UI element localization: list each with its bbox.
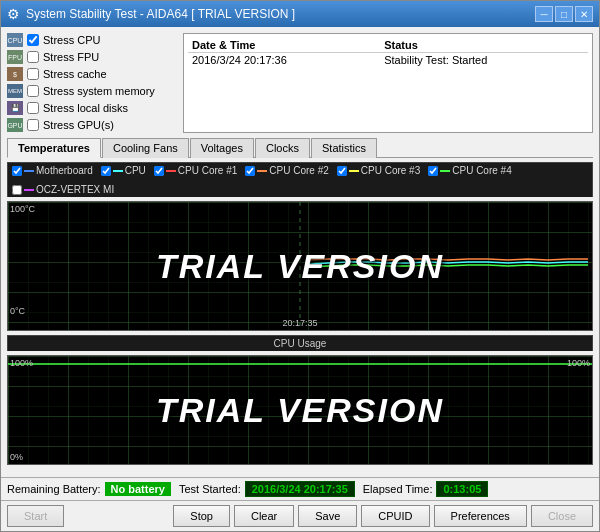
stress-cpu-row: CPU Stress CPU — [7, 33, 177, 47]
legend-core1-label: CPU Core #1 — [178, 165, 237, 176]
legend-core4: CPU Core #4 — [428, 165, 511, 176]
test-started-label: Test Started: — [179, 483, 241, 495]
elapsed-status: Elapsed Time: 0:13:05 — [363, 481, 489, 497]
elapsed-value: 0:13:05 — [436, 481, 488, 497]
cpu-usage-title: CPU Usage — [7, 335, 593, 351]
legend-core3: CPU Core #3 — [337, 165, 420, 176]
window-title: System Stability Test - AIDA64 [ TRIAL V… — [26, 7, 295, 21]
battery-value: No battery — [105, 482, 171, 496]
legend-ocz: OCZ-VERTEX MI — [12, 184, 114, 195]
stress-disks-label: Stress local disks — [43, 102, 128, 114]
title-bar-left: ⚙ System Stability Test - AIDA64 [ TRIAL… — [7, 6, 295, 22]
legend-ocz-cb[interactable] — [12, 185, 22, 195]
log-col-datetime: Date & Time — [188, 38, 380, 53]
tab-clocks[interactable]: Clocks — [255, 138, 310, 158]
stress-memory-checkbox[interactable] — [27, 85, 39, 97]
cpu-hw-icon: CPU — [7, 33, 23, 47]
legend-cpu-label: CPU — [125, 165, 146, 176]
tab-cooling-fans[interactable]: Cooling Fans — [102, 138, 189, 158]
title-bar: ⚙ System Stability Test - AIDA64 [ TRIAL… — [1, 1, 599, 27]
legend-core3-color — [349, 170, 359, 172]
legend-core2-color — [257, 170, 267, 172]
preferences-button[interactable]: Preferences — [434, 505, 527, 527]
legend-motherboard-color — [24, 170, 34, 172]
legend-cpu-color — [113, 170, 123, 172]
title-bar-buttons: ─ □ ✕ — [535, 6, 593, 22]
cache-hw-icon: $ — [7, 67, 23, 81]
stress-cache-checkbox[interactable] — [27, 68, 39, 80]
test-started-status: Test Started: 2016/3/24 20:17:35 — [179, 481, 355, 497]
legend-core1-color — [166, 170, 176, 172]
stress-memory-row: MEM Stress system memory — [7, 84, 177, 98]
cpu-usage-section: CPU Usage 100% — [7, 335, 593, 465]
legend-core2: CPU Core #2 — [245, 165, 328, 176]
temp-chart-grid — [8, 202, 592, 330]
legend-ocz-label: OCZ-VERTEX MI — [36, 184, 114, 195]
stress-cpu-checkbox[interactable] — [27, 34, 39, 46]
legend-core2-cb[interactable] — [245, 166, 255, 176]
top-section: CPU Stress CPU FPU Stress FPU $ Stress c… — [7, 33, 593, 133]
legend-cpu-cb[interactable] — [101, 166, 111, 176]
temp-chart: 100°C 0°C TRIAL VERSION 20:17:35 — [7, 201, 593, 331]
elapsed-label: Elapsed Time: — [363, 483, 433, 495]
legend-core1-cb[interactable] — [154, 166, 164, 176]
tab-voltages[interactable]: Voltages — [190, 138, 254, 158]
log-row: 2016/3/24 20:17:36 Stability Test: Start… — [188, 53, 588, 68]
tab-bar: Temperatures Cooling Fans Voltages Clock… — [7, 137, 593, 158]
save-button[interactable]: Save — [298, 505, 357, 527]
stress-options-panel: CPU Stress CPU FPU Stress FPU $ Stress c… — [7, 33, 177, 133]
cpu-usage-y-bottom: 0% — [10, 452, 23, 462]
maximize-button[interactable]: □ — [555, 6, 573, 22]
status-bar: Remaining Battery: No battery Test Start… — [1, 477, 599, 500]
minimize-button[interactable]: ─ — [535, 6, 553, 22]
temp-chart-y-top: 100°C — [10, 204, 35, 214]
app-icon: ⚙ — [7, 6, 20, 22]
log-panel: Date & Time Status 2016/3/24 20:17:36 St… — [183, 33, 593, 133]
legend-core4-label: CPU Core #4 — [452, 165, 511, 176]
mem-hw-icon: MEM — [7, 84, 23, 98]
tab-statistics[interactable]: Statistics — [311, 138, 377, 158]
stress-fpu-label: Stress FPU — [43, 51, 99, 63]
legend-motherboard-cb[interactable] — [12, 166, 22, 176]
log-datetime: 2016/3/24 20:17:36 — [188, 53, 380, 68]
close-window-button[interactable]: ✕ — [575, 6, 593, 22]
stress-gpu-label: Stress GPU(s) — [43, 119, 114, 131]
stress-fpu-row: FPU Stress FPU — [7, 50, 177, 64]
stress-disks-checkbox[interactable] — [27, 102, 39, 114]
stress-cache-row: $ Stress cache — [7, 67, 177, 81]
legend-motherboard-label: Motherboard — [36, 165, 93, 176]
battery-status: Remaining Battery: No battery — [7, 482, 171, 496]
main-window: ⚙ System Stability Test - AIDA64 [ TRIAL… — [0, 0, 600, 532]
cpu-usage-grid — [8, 356, 592, 464]
legend-cpu: CPU — [101, 165, 146, 176]
legend-core3-cb[interactable] — [337, 166, 347, 176]
start-button[interactable]: Start — [7, 505, 64, 527]
legend-core2-label: CPU Core #2 — [269, 165, 328, 176]
temp-chart-y-bottom: 0°C — [10, 306, 25, 316]
legend-core1: CPU Core #1 — [154, 165, 237, 176]
close-button[interactable]: Close — [531, 505, 593, 527]
log-col-status: Status — [380, 38, 588, 53]
disk-hw-icon: 💾 — [7, 101, 23, 115]
legend-core4-cb[interactable] — [428, 166, 438, 176]
stress-memory-label: Stress system memory — [43, 85, 155, 97]
clear-button[interactable]: Clear — [234, 505, 294, 527]
legend-core3-label: CPU Core #3 — [361, 165, 420, 176]
log-table: Date & Time Status 2016/3/24 20:17:36 St… — [188, 38, 588, 67]
legend-core4-color — [440, 170, 450, 172]
stress-gpu-row: GPU Stress GPU(s) — [7, 118, 177, 132]
tabs-section: Temperatures Cooling Fans Voltages Clock… — [7, 137, 593, 158]
cpu-usage-y-top-right: 100% — [567, 358, 590, 368]
stress-cpu-label: Stress CPU — [43, 34, 100, 46]
tab-temperatures[interactable]: Temperatures — [7, 138, 101, 158]
stress-fpu-checkbox[interactable] — [27, 51, 39, 63]
stress-cache-label: Stress cache — [43, 68, 107, 80]
stop-button[interactable]: Stop — [173, 505, 230, 527]
stress-disks-row: 💾 Stress local disks — [7, 101, 177, 115]
stress-gpu-checkbox[interactable] — [27, 119, 39, 131]
cpu-usage-chart: 100% 100% TRIAL VERSION 0% — [7, 355, 593, 465]
svg-rect-4 — [8, 356, 592, 464]
gpu-hw-icon: GPU — [7, 118, 23, 132]
cpuid-button[interactable]: CPUID — [361, 505, 429, 527]
log-status: Stability Test: Started — [380, 53, 588, 68]
